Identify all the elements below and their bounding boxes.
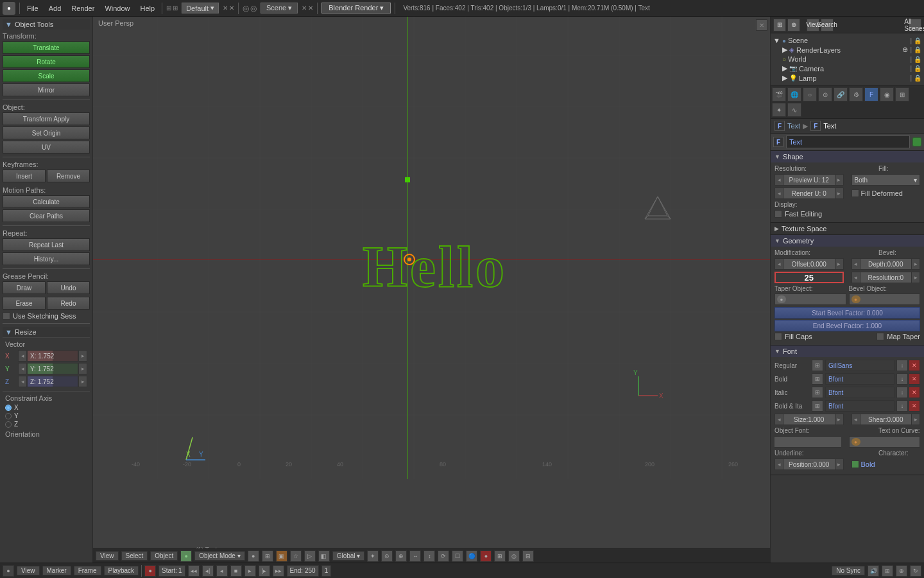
mode-selector[interactable]: Object Mode ▾ (194, 551, 244, 561)
italic-save-btn[interactable]: ↓ (896, 387, 908, 398)
tool6[interactable]: ⊞ (494, 550, 506, 562)
repeat-last-btn[interactable]: Repeat Last (3, 238, 90, 251)
audio-icon[interactable]: 🔊 (868, 565, 879, 577)
offset-left[interactable]: ◂ (774, 258, 783, 270)
bold-remove-btn[interactable]: ✕ (909, 373, 920, 385)
y-field[interactable]: Y: 1.752 (27, 363, 78, 374)
tree-renderlayers[interactable]: ▶ ◈ RenderLayers ⊕ | 🔒 (773, 45, 921, 55)
translate-btn[interactable]: Translate (3, 41, 90, 54)
italic-browse-btn[interactable]: ⊞ (812, 387, 823, 398)
menu-help[interactable]: Help (137, 4, 158, 12)
y-arrow-left[interactable]: ◂ (18, 363, 27, 374)
end-bevel-btn[interactable]: End Bevel Factor: 1.000 (774, 320, 920, 331)
camera-vis[interactable]: | (910, 65, 912, 72)
tool5[interactable]: 🔵 (466, 550, 477, 562)
texture-space-header[interactable]: ▶ Texture Space (771, 223, 924, 234)
shear-right[interactable]: ▸ (911, 414, 920, 425)
play-reverse-btn[interactable]: ◂ (216, 565, 228, 577)
x-field[interactable]: X: 1.752 (27, 350, 78, 362)
size-right[interactable]: ▸ (835, 414, 844, 425)
lamp-vis[interactable]: | (910, 74, 912, 82)
clear-paths-btn[interactable]: Clear Paths (3, 209, 90, 222)
render-u-right[interactable]: ▸ (835, 188, 844, 199)
tab-modifiers[interactable]: ⚙ (849, 87, 863, 101)
tree-world[interactable]: ○ World | 🔒 (773, 55, 921, 64)
bold-italic-save-btn[interactable]: ↓ (896, 400, 908, 412)
bold-italic-browse-btn[interactable]: ⊞ (812, 400, 823, 412)
viewport-mode1[interactable]: ● (248, 550, 259, 562)
tool2[interactable]: ↕ (424, 550, 435, 562)
tab-scene[interactable]: 🌐 (787, 87, 801, 101)
z-arrow-right[interactable]: ▸ (78, 376, 87, 387)
size-left[interactable]: ◂ (774, 414, 783, 425)
all-scenes-btn[interactable]: All Scenes (909, 19, 921, 31)
frame-btn[interactable]: Frame (74, 566, 101, 575)
preview-u-right[interactable]: ▸ (835, 174, 844, 186)
tool4[interactable]: ☐ (452, 550, 463, 562)
offset-value[interactable]: Offset: 0.000 (783, 258, 835, 270)
extrude-value[interactable]: 25 (774, 272, 844, 283)
render-engine-selector[interactable]: Blender Render ▾ (321, 3, 391, 13)
view-btn[interactable]: View (17, 566, 40, 575)
obj-font-field[interactable] (774, 436, 841, 448)
blender-logo[interactable]: ● (3, 2, 15, 15)
tree-camera[interactable]: ▶ 📷 Camera | 🔒 (773, 64, 921, 73)
tool7[interactable]: ◎ (508, 550, 520, 562)
regular-browse-btn[interactable]: ⊞ (812, 360, 823, 371)
fast-editing-checkbox[interactable] (774, 210, 782, 218)
prev-frame-btn[interactable]: ◂◂ (188, 565, 200, 577)
render-u-left[interactable]: ◂ (774, 188, 783, 199)
fill-both-dropdown[interactable]: Both ▾ (851, 174, 921, 186)
marker-btn[interactable]: Marker (42, 566, 71, 575)
transform-apply-btn[interactable]: Transform Apply (3, 112, 90, 125)
font-header[interactable]: ▼ Font (771, 346, 924, 357)
obj-name-input[interactable] (786, 136, 910, 148)
magnet-icon[interactable]: ✦ (367, 550, 379, 562)
bold-browse-btn[interactable]: ⊞ (812, 373, 823, 385)
resolution-value[interactable]: Resolution: 0 (860, 272, 912, 283)
use-sketching-checkbox[interactable] (3, 312, 10, 320)
regular-remove-btn[interactable]: ✕ (909, 360, 920, 371)
z-radio[interactable] (5, 421, 12, 428)
shape-header[interactable]: ▼ Shape (771, 151, 924, 162)
renderlayers-lock[interactable]: 🔒 (914, 46, 921, 53)
tab-data[interactable]: F (864, 87, 878, 101)
remove-btn[interactable]: Remove (47, 170, 90, 182)
sync-icon[interactable]: ⊕ (896, 565, 907, 577)
bold-char-checkbox[interactable] (851, 460, 859, 468)
bold-italic-font-name[interactable]: Bfont (825, 400, 894, 412)
menu-window[interactable]: Window (101, 4, 133, 12)
preview-u-left[interactable]: ◂ (774, 174, 783, 186)
z-arrow-left[interactable]: ◂ (18, 376, 27, 387)
regular-font-name[interactable]: GillSans (825, 360, 894, 371)
object-menu[interactable]: Object (150, 551, 178, 561)
pivot-selector[interactable]: Global ▾ (332, 551, 365, 561)
text-on-curve-field[interactable]: ● (849, 436, 921, 448)
renderlayers-icon[interactable]: ⊕ (902, 46, 908, 54)
object-tools-header[interactable]: ▼ Object Tools (3, 19, 90, 30)
tool8[interactable]: ⊟ (522, 550, 534, 562)
x-arrow-left[interactable]: ◂ (18, 350, 27, 362)
undo-gp-btn[interactable]: Undo (47, 281, 90, 294)
depth-value[interactable]: Depth: 0.000 (860, 258, 912, 270)
proportional-icon[interactable]: ⊕ (395, 550, 407, 562)
viewport-mode3[interactable]: ▣ (276, 550, 287, 562)
shear-value[interactable]: Shear: 0.000 (860, 414, 912, 425)
resize-header[interactable]: ▼ Resize (3, 327, 90, 337)
x-radio[interactable] (5, 405, 12, 411)
rotate-btn[interactable]: Rotate (3, 55, 90, 68)
scale-btn[interactable]: Scale (3, 69, 90, 82)
fill-caps-checkbox[interactable] (774, 333, 782, 340)
italic-font-name[interactable]: Bfont (825, 387, 894, 398)
viewport[interactable]: User Persp ✕ (93, 17, 770, 563)
bold-save-btn[interactable]: ↓ (896, 373, 908, 385)
geometry-header[interactable]: ▼ Geometry (771, 235, 924, 247)
no-sync-btn[interactable]: No Sync (832, 566, 865, 575)
tab-materials[interactable]: ◉ (880, 87, 894, 101)
menu-file[interactable]: File (24, 4, 42, 12)
lamp-lock[interactable]: 🔒 (914, 74, 921, 82)
snap-icon[interactable]: ⊙ (381, 550, 393, 562)
shear-left[interactable]: ◂ (851, 414, 860, 425)
position-value[interactable]: Position: 0.000 (783, 459, 835, 470)
z-field[interactable]: Z: 1.752 (27, 376, 78, 387)
